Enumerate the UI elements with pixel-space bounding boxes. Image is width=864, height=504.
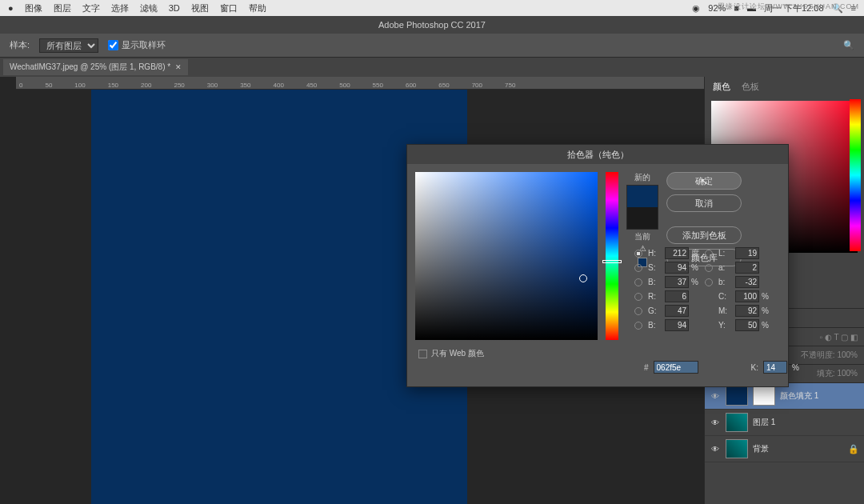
document-tab[interactable]: WechatIMG37.jpeg @ 25% (图层 1, RGB/8) *✕ <box>3 59 188 75</box>
add-swatch-button[interactable]: 添加到色板 <box>666 226 742 244</box>
field-m[interactable] <box>735 305 759 317</box>
field-s[interactable] <box>665 262 689 274</box>
color-picker-dialog: 拾色器（纯色） 新的 当前 ⚠ 确定↖ 取消 添加到色板 颜色库 H:度 <box>406 144 789 387</box>
close-tab-icon[interactable]: ✕ <box>175 63 182 71</box>
options-bar: 样本: 所有图层 显示取样环 🔍 <box>0 34 864 58</box>
tab-color[interactable]: 颜色 <box>713 81 730 93</box>
sample-label: 样本: <box>10 39 30 51</box>
cursor-icon: ↖ <box>701 177 707 186</box>
layer-row[interactable]: 👁 图层 1 <box>705 410 864 436</box>
radio-r[interactable] <box>634 293 642 301</box>
menu-3d[interactable]: 3D <box>169 3 180 13</box>
cc-icon[interactable]: ◉ <box>692 3 700 14</box>
lock-icon: 🔒 <box>848 444 859 454</box>
apple-icon: ● <box>8 3 14 13</box>
radio-b[interactable] <box>634 278 642 286</box>
radio-g[interactable] <box>634 307 642 315</box>
radio-b2[interactable] <box>705 278 713 286</box>
visibility-icon[interactable]: 👁 <box>710 417 721 428</box>
menu-select[interactable]: 选择 <box>111 2 129 14</box>
color-fields: H:度 L: S:% a: B:% b: R: C:% G: M:% B: Y:… <box>634 247 773 331</box>
app-titlebar: Adobe Photoshop CC 2017 <box>0 16 864 34</box>
radio-a[interactable] <box>705 264 713 272</box>
picker-title: 拾色器（纯色） <box>407 145 788 164</box>
layer-thumb[interactable] <box>726 439 748 458</box>
field-hex[interactable] <box>654 361 698 374</box>
field-l[interactable] <box>735 247 759 259</box>
layer-thumb[interactable] <box>726 413 748 432</box>
visibility-icon[interactable]: 👁 <box>710 443 721 454</box>
mac-menubar: ● 图像 图层 文字 选择 滤镜 3D 视图 窗口 帮助 ◉ 92% ■ ▬ 周… <box>0 0 864 16</box>
menu-filter[interactable]: 滤镜 <box>140 2 158 14</box>
field-b2[interactable] <box>735 276 759 288</box>
tab-swatches[interactable]: 色板 <box>742 81 759 93</box>
search-icon[interactable]: 🔍 <box>843 40 854 50</box>
field-bv[interactable] <box>665 276 689 288</box>
web-only-checkbox[interactable]: 只有 Web 颜色 <box>418 348 484 359</box>
workspace: 0501001502002503003504004505005506006507… <box>0 77 864 504</box>
menu-view[interactable]: 视图 <box>191 2 209 14</box>
radio-s[interactable] <box>634 264 642 272</box>
field-y[interactable] <box>735 319 759 331</box>
visibility-icon[interactable]: 👁 <box>710 390 721 402</box>
field-bb[interactable] <box>665 319 689 331</box>
radio-h[interactable] <box>634 250 642 258</box>
menu-window[interactable]: 窗口 <box>220 2 238 14</box>
cancel-button[interactable]: 取消 <box>666 194 742 212</box>
mask-thumb[interactable] <box>753 386 775 406</box>
layer-row[interactable]: 👁 背景 🔒 <box>705 436 864 462</box>
hue-column[interactable] <box>850 99 861 251</box>
menu-text[interactable]: 文字 <box>82 2 100 14</box>
radio-bb[interactable] <box>634 322 642 330</box>
fill-value[interactable]: 100% <box>837 369 858 378</box>
menu-layer[interactable]: 图层 <box>54 2 71 14</box>
layer-thumb[interactable] <box>726 386 748 406</box>
document-tabbar: WechatIMG37.jpeg @ 25% (图层 1, RGB/8) *✕ <box>0 58 864 77</box>
menu-image[interactable]: 图像 <box>25 2 42 14</box>
hue-slider[interactable] <box>606 172 618 340</box>
radio-l[interactable] <box>705 250 713 258</box>
field-a[interactable] <box>735 262 759 274</box>
show-ring-checkbox[interactable]: 显示取样环 <box>108 39 166 51</box>
field-r[interactable] <box>665 290 689 302</box>
sample-select[interactable]: 所有图层 <box>39 38 98 53</box>
field-c[interactable] <box>735 290 759 302</box>
field-g[interactable] <box>665 305 689 317</box>
watermark: 思缘设计论坛 WWW.MISSYUAN.COM <box>718 2 860 12</box>
opacity-value[interactable]: 100% <box>837 350 858 359</box>
menu-help[interactable]: 帮助 <box>249 2 266 14</box>
ok-button[interactable]: 确定↖ <box>666 172 742 190</box>
picker-cursor[interactable] <box>579 274 587 282</box>
field-h[interactable] <box>665 247 689 259</box>
field-k[interactable] <box>763 361 787 374</box>
saturation-value-field[interactable] <box>415 172 598 340</box>
